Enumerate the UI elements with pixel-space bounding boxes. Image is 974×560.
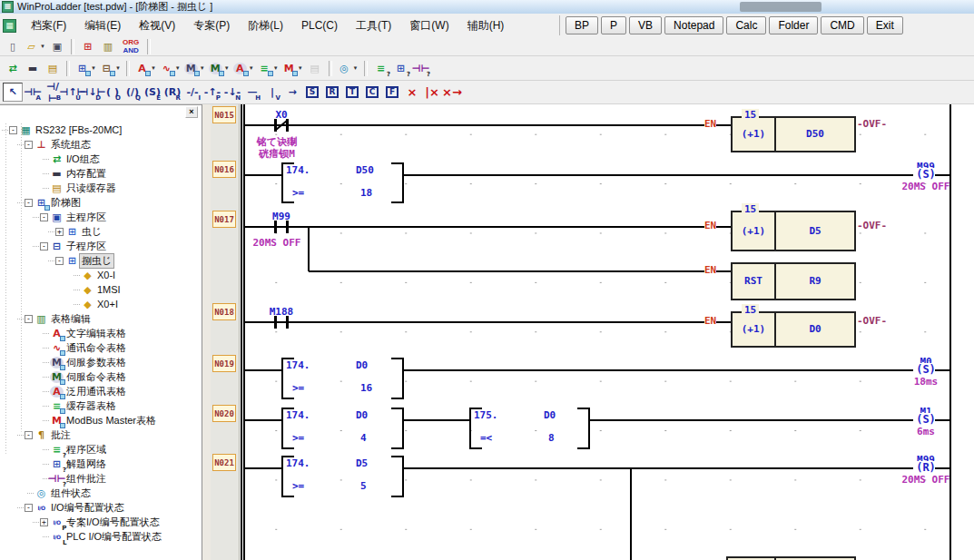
tree-item-15[interactable]: ∿通讯命令表格 [0,340,202,355]
element-status-button[interactable]: ◎▼ [337,60,359,77]
status-page-button[interactable]: ⊟▼ [99,60,122,77]
quick-button-calc[interactable]: Calc [726,16,766,34]
function-tool[interactable]: F [382,83,402,102]
network-label-N019[interactable]: N019 [212,355,236,372]
coil-out-tool[interactable]: ( )O [103,83,123,102]
quick-button-cmd[interactable]: CMD [821,16,863,34]
element-comment-button[interactable]: ⊣⊢? [412,60,430,77]
network-label-N017[interactable]: N017 [212,211,236,228]
tree-item-4[interactable]: ▤只读缓存器 [0,181,202,195]
dropdown-arrow-icon[interactable]: ▼ [151,65,156,71]
memory-config-button[interactable]: ▬ [24,60,42,77]
modbus-table-button[interactable]: M▼ [281,60,304,77]
tree-item-12[interactable]: ◆X0+I [0,297,202,311]
collapse-icon[interactable]: - [25,141,33,149]
network-label-N016[interactable]: N016 [212,161,236,178]
menu-item-8[interactable]: 辅助(H) [458,15,514,35]
menu-item-6[interactable]: 工具(T) [347,15,400,35]
text-table-button[interactable]: A▼ [134,60,157,77]
tree-item-5[interactable]: -⊞阶梯图 [0,195,202,210]
extend-line-tool[interactable]: → [282,83,302,102]
tree-item-24[interactable]: ⊣⊢?组件批注 [0,471,202,486]
io-config-button[interactable]: ⇄ [4,60,22,77]
contact-down-tool[interactable]: ⊣↓⊢D [83,83,103,102]
partial-function-block[interactable] [726,556,856,560]
collapse-icon[interactable]: - [40,242,48,251]
tree-item-14[interactable]: A文字编辑表格 [0,326,202,340]
menu-item-5[interactable]: PLC(C) [292,15,347,35]
inverter-tool[interactable]: -/-I [182,83,202,102]
servo-cmd-button[interactable]: M▼ [208,60,231,77]
coil-not-tool[interactable]: (/)Q [123,83,143,102]
dropdown-arrow-icon[interactable]: ▼ [115,65,121,71]
new-file-button[interactable]: ▯ [4,38,22,55]
counter-tool[interactable]: C [362,83,382,102]
ladder-diagram-button[interactable]: ⊞▼ [74,60,97,77]
quick-button-folder[interactable]: Folder [769,16,818,34]
comm-table-button[interactable]: ∿▼ [159,60,182,77]
collapse-icon[interactable]: - [55,257,64,265]
tree-item-2[interactable]: ⇄I/O组态 [0,152,202,166]
menu-item-1[interactable]: 编辑(E) [75,15,130,35]
vline-tool[interactable]: |V [262,83,282,102]
tree-item-28[interactable]: I/OLPLC I/O编号配置状态 [0,529,202,544]
tree-item-21[interactable]: -¶批注 [0,427,202,442]
expand-icon[interactable]: + [40,518,48,526]
servo-param-button[interactable]: M▼ [183,60,206,77]
delete-vline-tool[interactable]: |× [422,83,442,102]
quick-button-notepad[interactable]: Notepad [664,16,723,34]
menu-item-4[interactable]: 阶梯(L) [239,15,292,35]
quick-button-bp[interactable]: BP [566,16,598,34]
collapse-icon[interactable]: - [25,315,33,323]
quick-button-p[interactable]: P [601,16,626,34]
menu-item-2[interactable]: 检视(V) [130,15,184,35]
quick-button-exit[interactable]: Exit [867,16,903,34]
tree-item-8[interactable]: -⊟子程序区 [0,239,202,253]
tree-item-18[interactable]: A泛用通讯表格 [0,384,202,398]
tree-item-11[interactable]: ◆1MSI [0,282,202,297]
network-label-N021[interactable]: N021 [212,454,236,471]
collapse-icon[interactable]: - [25,504,33,512]
delete-hline-tool[interactable]: ×→ [442,83,462,102]
dropdown-arrow-icon[interactable]: ▼ [224,65,230,71]
tree-item-3[interactable]: ▬内存配置 [0,166,202,181]
ladder-canvas[interactable] [239,104,974,560]
network-label-N020[interactable]: N020 [212,405,236,422]
dropdown-arrow-icon[interactable]: ▼ [175,65,181,71]
network-label-N018[interactable]: N018 [212,303,236,320]
hline-tool[interactable]: —H [242,83,262,102]
dropdown-arrow-icon[interactable]: ▼ [91,65,96,71]
collapse-icon[interactable]: - [9,126,17,134]
select-tool[interactable]: ↖ [3,83,23,102]
tree-item-6[interactable]: -▣主程序区 [0,210,202,224]
tree-item-0[interactable]: -▦RS232 [FBs-20MC] [0,123,202,137]
tree-item-20[interactable]: MModBus Master表格 [0,413,202,427]
menu-item-3[interactable]: 专案(P) [184,15,239,35]
menu-item-7[interactable]: 窗口(W) [400,15,457,35]
delete-element-tool[interactable]: × [402,83,422,102]
menu-item-0[interactable]: 档案(F) [22,15,75,35]
program-area-comment-button[interactable]: ≡? [372,60,390,77]
open-file-button[interactable]: ▱▼ [24,38,46,55]
tree-item-22[interactable]: ≡?程序区域 [0,442,202,457]
quick-button-vb[interactable]: VB [629,16,662,34]
network-comment-button[interactable]: ⊞? [392,60,410,77]
register-table-button[interactable]: ≡▼ [257,60,280,77]
tree-item-23[interactable]: ⊞?解题网络 [0,457,202,471]
tree-item-25[interactable]: ◎组件状态 [0,486,202,500]
tree-item-13[interactable]: -▥表格编辑 [0,311,202,326]
rom-register-button[interactable]: ▤ [44,60,62,77]
tree-item-17[interactable]: M伺服命令表格 [0,369,202,384]
tree-item-27[interactable]: +I/OP专案I/O编号配置状态 [0,515,202,529]
falling-edge-tool[interactable]: -↓-N [222,83,242,102]
collapse-icon[interactable]: - [25,199,33,207]
coil-reset-tool[interactable]: (R)R [162,83,182,102]
dropdown-arrow-icon[interactable]: ▼ [249,65,254,71]
tree-item-7[interactable]: +⊞虫じ [0,224,202,239]
tree-item-1[interactable]: -⊥系统组态 [0,137,202,152]
collapse-icon[interactable]: - [40,213,48,221]
dropdown-arrow-icon[interactable]: ▼ [353,65,359,71]
ladder-window-button[interactable]: ⊞ [79,38,97,55]
general-comm-button[interactable]: A▼ [232,60,255,77]
relay-tool[interactable]: R [322,83,342,102]
